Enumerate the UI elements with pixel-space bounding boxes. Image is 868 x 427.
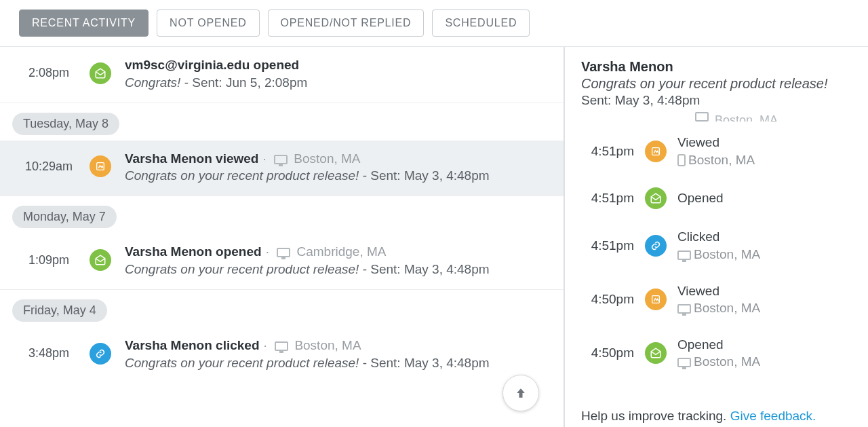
detail-cutoff-row: Boston, MA: [695, 112, 852, 122]
arrow-up-icon: [514, 386, 528, 400]
envelope-open-icon: [90, 62, 111, 84]
detail-event-time: 4:50pm: [581, 346, 634, 360]
detail-panel: Varsha Menon Congrats on your recent pro…: [565, 47, 868, 427]
desktop-icon: [277, 248, 290, 257]
detail-sent: Sent: May 3, 4:48pm: [581, 93, 852, 108]
mobile-icon: [677, 154, 686, 166]
link-click-icon: [645, 235, 667, 257]
detail-subject: Congrats on your recent product release!: [581, 76, 852, 92]
detail-event-action: Viewed: [677, 134, 755, 151]
activity-row[interactable]: 2:08pm vm9sc@virginia.edu opened Congrat…: [0, 47, 564, 103]
envelope-open-icon: [645, 342, 667, 364]
desktop-icon: [677, 304, 691, 314]
detail-event-time: 4:50pm: [581, 292, 634, 307]
activity-time: 1:09pm: [22, 253, 76, 267]
detail-event-location: Boston, MA: [677, 153, 755, 167]
activity-time: 3:48pm: [22, 346, 76, 360]
detail-event-row[interactable]: 4:50pm Opened Boston, MA: [581, 327, 852, 380]
desktop-icon: [275, 341, 288, 351]
tab-recent-activity[interactable]: RECENT ACTIVITY: [19, 10, 149, 37]
activity-row[interactable]: 1:09pm Varsha Menon opened· Cambridge, M…: [0, 234, 564, 290]
filter-tabs: RECENT ACTIVITY NOT OPENED OPENED/NOT RE…: [0, 0, 868, 47]
activity-headline: Varsha Menon opened· Cambridge, MA: [125, 243, 551, 261]
document-view-icon: [90, 155, 111, 177]
activity-feed: 2:08pm vm9sc@virginia.edu opened Congrat…: [0, 47, 565, 427]
date-separator: Tuesday, May 8: [12, 113, 119, 135]
scroll-to-top-button[interactable]: [502, 375, 539, 411]
tab-opened-not-replied[interactable]: OPENED/NOT REPLIED: [268, 10, 425, 37]
detail-event-time: 4:51pm: [581, 144, 634, 159]
detail-event-row[interactable]: 4:50pm Viewed Boston, MA: [581, 273, 852, 327]
give-feedback-link[interactable]: Give feedback.: [730, 409, 816, 423]
activity-subline: Congrats on your recent product release!…: [125, 356, 551, 371]
feedback-prompt: Help us improve tracking. Give feedback.: [581, 409, 816, 424]
desktop-icon: [695, 112, 709, 122]
activity-headline: Varsha Menon viewed· Boston, MA: [125, 150, 551, 168]
detail-contact-name: Varsha Menon: [581, 59, 852, 75]
detail-event-time: 4:51pm: [581, 238, 634, 253]
tab-not-opened[interactable]: NOT OPENED: [157, 10, 260, 37]
link-click-icon: [90, 343, 111, 365]
desktop-icon: [677, 358, 691, 367]
document-view-icon: [645, 289, 667, 310]
envelope-open-icon: [645, 187, 667, 209]
activity-headline: vm9sc@virginia.edu opened: [125, 56, 551, 74]
date-separator: Friday, May 4: [12, 299, 107, 322]
detail-event-row[interactable]: 4:51pm Viewed Boston, MA: [581, 124, 852, 178]
detail-event-action: Viewed: [677, 282, 760, 300]
detail-event-action: Opened: [677, 189, 724, 207]
activity-time: 2:08pm: [22, 66, 76, 80]
activity-subline: Congrats on your recent product release!…: [125, 168, 551, 183]
detail-event-time: 4:51pm: [581, 191, 634, 206]
activity-row[interactable]: 10:29am Varsha Menon viewed· Boston, MA …: [0, 141, 564, 197]
date-separator: Monday, May 7: [12, 206, 117, 228]
tab-scheduled[interactable]: SCHEDULED: [432, 10, 530, 37]
activity-row[interactable]: 3:48pm Varsha Menon clicked· Boston, MA …: [0, 327, 564, 383]
activity-headline: Varsha Menon clicked· Boston, MA: [125, 337, 551, 354]
envelope-open-icon: [90, 249, 111, 271]
desktop-icon: [274, 155, 288, 164]
activity-subline: Congrats! - Sent: Jun 5, 2:08pm: [125, 75, 551, 90]
detail-event-row[interactable]: 4:51pm Clicked Boston, MA: [581, 219, 852, 272]
detail-event-action: Opened: [677, 336, 760, 354]
detail-event-location: Boston, MA: [677, 354, 760, 369]
detail-event-row[interactable]: 4:51pm Opened: [581, 178, 852, 219]
activity-subline: Congrats on your recent product release!…: [125, 262, 551, 277]
document-view-icon: [645, 141, 667, 162]
activity-time: 10:29am: [22, 160, 76, 174]
detail-event-action: Clicked: [677, 228, 760, 246]
desktop-icon: [677, 250, 691, 260]
detail-event-location: Boston, MA: [677, 301, 760, 315]
detail-event-location: Boston, MA: [677, 247, 760, 261]
